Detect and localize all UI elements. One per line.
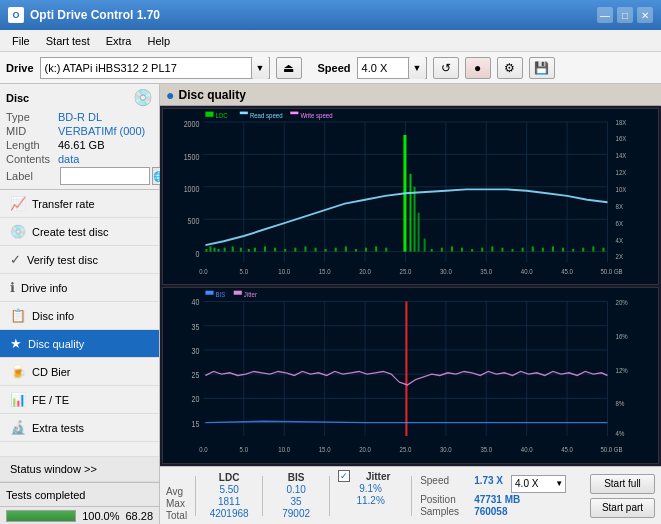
status-window-button[interactable]: Status window >> xyxy=(0,456,159,482)
sidebar-item-cd-bier[interactable]: 🍺 CD Bier xyxy=(0,358,159,386)
save-button[interactable]: 💾 xyxy=(529,57,555,79)
svg-text:2X: 2X xyxy=(616,253,624,261)
drive-dropdown-button[interactable]: ▼ xyxy=(251,57,269,79)
svg-text:500: 500 xyxy=(188,217,200,227)
speed-key: Speed xyxy=(420,475,470,493)
svg-text:12%: 12% xyxy=(616,366,629,375)
sidebar-item-verify-test-disc[interactable]: ✓ Verify test disc xyxy=(0,246,159,274)
disc-type-val: BD-R DL xyxy=(58,111,102,123)
speed-info: Speed 1.73 X 4.0 X ▼ Position 47731 MB S… xyxy=(420,475,566,517)
svg-rect-58 xyxy=(582,248,584,252)
sidebar-item-drive-info[interactable]: ℹ Drive info xyxy=(0,274,159,302)
refresh-button[interactable]: ↺ xyxy=(433,57,459,79)
disc-label-input[interactable] xyxy=(60,167,150,185)
chart-header: ● Disc quality xyxy=(160,84,661,106)
svg-rect-56 xyxy=(562,248,564,252)
disc-length-key: Length xyxy=(6,139,58,151)
jitter-checkbox[interactable]: ✓ xyxy=(338,470,350,482)
svg-rect-21 xyxy=(232,246,234,251)
svg-text:8%: 8% xyxy=(616,400,625,409)
bis-header: BIS xyxy=(271,472,321,483)
ldc-total: 4201968 xyxy=(204,508,254,519)
svg-rect-26 xyxy=(274,248,276,252)
disc-section-label: Disc xyxy=(6,92,29,104)
settings-button[interactable]: ⚙ xyxy=(497,57,523,79)
disc-quality-icon: ★ xyxy=(10,336,22,351)
sidebar-item-disc-info[interactable]: 📋 Disc info xyxy=(0,302,159,330)
sidebar-item-label: Drive info xyxy=(21,282,67,294)
svg-text:40: 40 xyxy=(192,296,200,307)
jitter-max: 11.2% xyxy=(338,495,403,506)
svg-text:15: 15 xyxy=(192,418,200,429)
fe-te-icon: 📊 xyxy=(10,392,26,407)
transfer-rate-icon: 📈 xyxy=(10,196,26,211)
svg-rect-49 xyxy=(491,246,493,251)
total-label: Total xyxy=(166,510,187,521)
svg-rect-134 xyxy=(234,291,242,295)
svg-text:10X: 10X xyxy=(616,185,627,193)
svg-rect-17 xyxy=(209,246,211,251)
svg-rect-20 xyxy=(224,248,226,252)
svg-text:Jitter: Jitter xyxy=(244,291,258,300)
svg-text:20.0: 20.0 xyxy=(359,267,371,275)
stats-bis-col: BIS 0.10 35 79002 xyxy=(271,472,321,519)
close-button[interactable]: ✕ xyxy=(637,7,653,23)
burn-button[interactable]: ● xyxy=(465,57,491,79)
disc-length-val: 46.61 GB xyxy=(58,139,104,151)
svg-text:20%: 20% xyxy=(616,299,629,308)
svg-text:14X: 14X xyxy=(616,152,627,160)
svg-rect-52 xyxy=(522,248,524,252)
sidebar-item-label: CD Bier xyxy=(32,366,71,378)
svg-text:8X: 8X xyxy=(616,202,624,210)
svg-text:BIS: BIS xyxy=(216,291,226,300)
drive-toolbar: Drive (k:) ATAPi iHBS312 2 PL17 ▼ ⏏ Spee… xyxy=(0,52,661,84)
svg-rect-55 xyxy=(552,246,554,251)
ldc-chart-svg: 2000 1500 1000 500 0 18X 16X 14X 12X 10X… xyxy=(163,109,658,284)
svg-text:0: 0 xyxy=(195,249,199,259)
svg-rect-29 xyxy=(304,246,306,251)
sidebar-item-extra-tests[interactable]: 🔬 Extra tests xyxy=(0,414,159,442)
disc-contents-row: Contents data xyxy=(6,153,153,165)
disc-mid-key: MID xyxy=(6,125,58,137)
app-icon: O xyxy=(8,7,24,23)
svg-rect-30 xyxy=(315,248,317,252)
svg-rect-88 xyxy=(240,112,248,115)
svg-text:18X: 18X xyxy=(616,118,627,126)
menu-start-test[interactable]: Start test xyxy=(38,33,98,49)
start-full-button[interactable]: Start full xyxy=(590,474,655,494)
progress-fill xyxy=(7,511,75,521)
minimize-button[interactable]: — xyxy=(597,7,613,23)
menu-file[interactable]: File xyxy=(4,33,38,49)
svg-text:25.0: 25.0 xyxy=(400,445,412,454)
bis-max: 35 xyxy=(271,496,321,507)
sidebar-item-create-test-disc[interactable]: 💿 Create test disc xyxy=(0,218,159,246)
action-buttons: Start full Start part xyxy=(590,474,655,518)
svg-rect-57 xyxy=(572,249,574,252)
svg-rect-42 xyxy=(424,239,426,252)
svg-text:2000: 2000 xyxy=(184,119,200,129)
svg-text:30.0: 30.0 xyxy=(440,445,452,454)
maximize-button[interactable]: □ xyxy=(617,7,633,23)
sidebar-item-transfer-rate[interactable]: 📈 Transfer rate xyxy=(0,190,159,218)
samples-val: 760058 xyxy=(474,506,507,517)
sidebar-item-fe-te[interactable]: 📊 FE / TE xyxy=(0,386,159,414)
speed-dropdown-button[interactable]: ▼ xyxy=(408,57,426,79)
eject-button[interactable]: ⏏ xyxy=(276,57,302,79)
titlebar-left: O Opti Drive Control 1.70 xyxy=(8,7,160,23)
svg-rect-47 xyxy=(471,249,473,252)
start-part-button[interactable]: Start part xyxy=(590,498,655,518)
window-controls: — □ ✕ xyxy=(597,7,653,23)
menu-help[interactable]: Help xyxy=(139,33,178,49)
disc-mid-val: VERBATIMf (000) xyxy=(58,125,145,137)
sidebar-item-disc-quality[interactable]: ★ Disc quality xyxy=(0,330,159,358)
svg-text:0.0: 0.0 xyxy=(199,267,208,275)
svg-rect-54 xyxy=(542,248,544,252)
ldc-header: LDC xyxy=(204,472,254,483)
jitter-checkbox-row[interactable]: ✓ Jitter xyxy=(338,470,403,482)
menu-extra[interactable]: Extra xyxy=(98,33,140,49)
speed-select-dropdown[interactable]: ▼ xyxy=(553,479,565,488)
ldc-avg: 5.50 xyxy=(204,484,254,495)
samples-key: Samples xyxy=(420,506,470,517)
bis-chart: 40 35 30 25 20 15 20% 16% 12% 8% 4% 0.0 … xyxy=(162,287,659,464)
sidebar-item-label: Disc info xyxy=(32,310,74,322)
